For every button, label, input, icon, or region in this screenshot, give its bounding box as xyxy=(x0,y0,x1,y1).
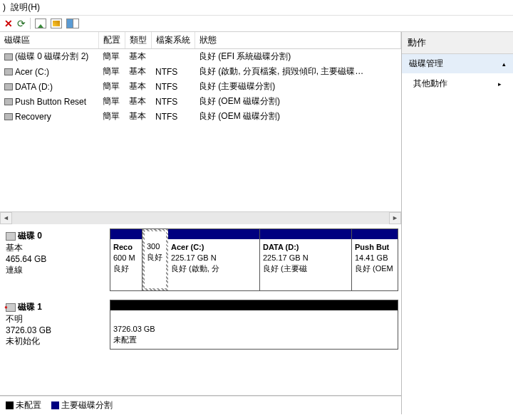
actions-pane: 動作 磁碟管理▴ 其他動作▸ xyxy=(402,32,513,414)
legend-swatch-primary xyxy=(51,401,59,409)
chevron-right-icon: ▸ xyxy=(498,80,502,88)
partition[interactable]: Reco600 M良好 xyxy=(110,229,142,290)
volume-icon xyxy=(4,98,13,105)
disk-row[interactable]: 磁碟 1 不明 3726.03 GB 未初始化 3726.03 GB未配置 xyxy=(3,300,398,350)
table-row[interactable]: Recovery簡單基本NTFS良好 (OEM 磁碟分割) xyxy=(0,109,401,124)
toolbar-button-1[interactable] xyxy=(35,19,46,28)
disk-graph-panel: 磁碟 0 基本 465.64 GB 連線 Reco600 M良好 300良好 A… xyxy=(0,224,401,396)
refresh-icon[interactable]: ⟳ xyxy=(17,18,26,29)
col-type[interactable]: 類型 xyxy=(125,32,151,49)
partition[interactable]: Acer (C:)225.17 GB N良好 (啟動, 分 xyxy=(168,229,260,290)
actions-header: 動作 xyxy=(402,32,513,54)
partition[interactable]: Push But14.41 GB良好 (OEM xyxy=(352,229,398,290)
legend: 未配置 主要磁碟分割 xyxy=(0,396,401,414)
volume-icon xyxy=(4,68,13,75)
volume-list: 磁碟區 配置 類型 檔案系統 狀態 (磁碟 0 磁碟分割 2)簡單基本良好 (E… xyxy=(0,32,401,224)
col-fs[interactable]: 檔案系統 xyxy=(151,32,195,49)
scroll-left-icon[interactable]: ◄ xyxy=(0,212,12,224)
scroll-right-icon[interactable]: ► xyxy=(389,212,401,224)
legend-swatch-unallocated xyxy=(6,401,14,409)
delete-icon[interactable]: ✕ xyxy=(4,18,13,29)
toolbar: ✕ ⟳ xyxy=(0,16,513,32)
volume-icon xyxy=(4,53,13,61)
disk-warn-icon xyxy=(6,303,16,312)
partition[interactable]: DATA (D:)225.17 GB N良好 (主要磁 xyxy=(260,229,352,290)
menu-view[interactable]: ) xyxy=(3,2,6,12)
col-layout[interactable]: 配置 xyxy=(98,32,125,49)
table-row[interactable]: Push Button Reset簡單基本NTFS良好 (OEM 磁碟分割) xyxy=(0,94,401,109)
volume-icon xyxy=(4,83,13,90)
horizontal-scrollbar[interactable]: ◄ ► xyxy=(0,211,401,224)
disk-icon xyxy=(6,232,16,241)
table-row[interactable]: Acer (C:)簡單基本NTFS良好 (啟動, 分頁檔案, 損毀傾印, 主要磁… xyxy=(0,64,401,79)
actions-other[interactable]: 其他動作▸ xyxy=(402,73,513,94)
partition-unallocated[interactable]: 3726.03 GB未配置 xyxy=(110,300,398,349)
table-row[interactable]: DATA (D:)簡單基本NTFS良好 (主要磁碟分割) xyxy=(0,79,401,94)
toolbar-button-2[interactable] xyxy=(51,19,62,28)
table-row[interactable]: (磁碟 0 磁碟分割 2)簡單基本良好 (EFI 系統磁碟分割) xyxy=(0,49,401,65)
actions-group[interactable]: 磁碟管理▴ xyxy=(402,54,513,73)
menu-help[interactable]: 說明(H) xyxy=(11,2,40,12)
col-status[interactable]: 狀態 xyxy=(195,32,401,49)
disk-row[interactable]: 磁碟 0 基本 465.64 GB 連線 Reco600 M良好 300良好 A… xyxy=(3,229,398,291)
toolbar-button-3[interactable] xyxy=(66,19,79,28)
col-volume[interactable]: 磁碟區 xyxy=(0,32,98,49)
volume-icon xyxy=(4,113,13,120)
collapse-icon: ▴ xyxy=(502,61,506,68)
menu-bar: ) 說明(H) xyxy=(0,0,513,16)
partition[interactable]: 300良好 xyxy=(142,229,168,290)
